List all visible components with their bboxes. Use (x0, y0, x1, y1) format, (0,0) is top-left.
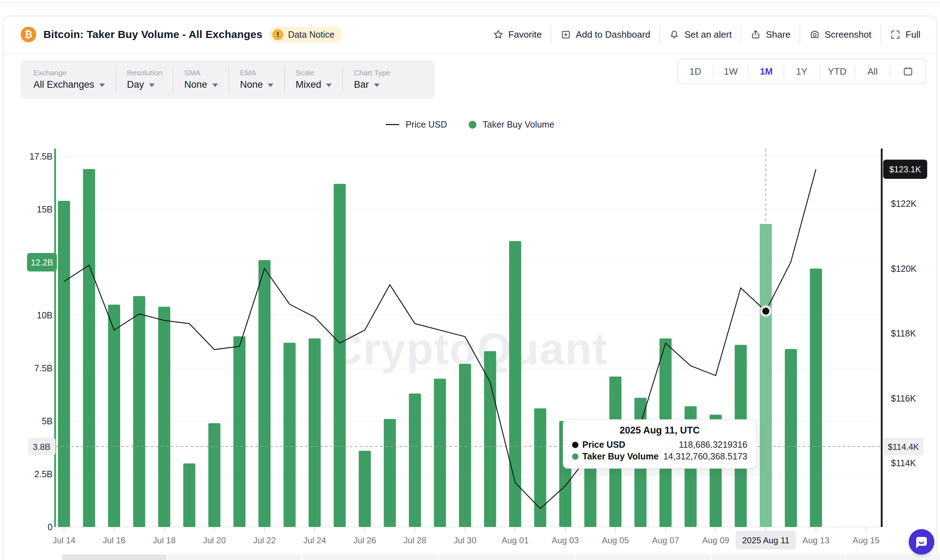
volume-bar[interactable] (409, 394, 421, 527)
crosshair-dot (762, 308, 769, 315)
volume-bar[interactable] (183, 463, 196, 527)
chart-plot[interactable]: Jul 14Jul 16Jul 18Jul 20Jul 22Jul 24Jul … (0, 0, 940, 560)
volume-bar[interactable] (810, 269, 822, 527)
volume-bar[interactable] (308, 338, 321, 527)
left-axis-label: 10B (37, 310, 52, 320)
x-axis-label: Aug 07 (652, 535, 679, 545)
volume-bar[interactable] (359, 451, 371, 527)
table-strip-divider (845, 554, 846, 560)
left-axis-label: 2.5B (34, 469, 52, 479)
tooltip-date: 2025 Aug 11, UTC (572, 425, 747, 436)
right-axis-label: $116K (891, 393, 916, 403)
volume-bar[interactable] (760, 224, 772, 527)
table-strip-divider (438, 554, 439, 560)
left-axis-label: 15B (37, 204, 52, 214)
x-axis-label: Aug 09 (702, 535, 729, 545)
tooltip-row-price: Price USD 118,686.3219316 (572, 439, 747, 451)
chat-button[interactable] (909, 529, 934, 555)
table-strip-divider (711, 554, 712, 560)
right-axis-label: $122K (891, 198, 917, 209)
x-axis-label: Aug 05 (602, 535, 629, 545)
volume-bar[interactable] (158, 307, 170, 527)
x-axis-label: Aug 01 (502, 535, 529, 545)
table-strip-divider (574, 554, 575, 560)
x-axis-label: Jul 30 (454, 535, 476, 545)
x-axis-label: Jul 22 (253, 535, 276, 545)
volume-bar[interactable] (259, 260, 271, 527)
volume-bar[interactable] (459, 364, 471, 527)
volume-bar[interactable] (83, 169, 95, 527)
price-dot-icon (572, 442, 578, 448)
x-axis-label: Jul 20 (203, 535, 226, 545)
x-axis-label: Jul 26 (353, 535, 376, 545)
right-axis-label: $118K (891, 328, 916, 338)
data-table-top-strip (62, 554, 940, 560)
x-axis-label: Jul 16 (103, 535, 125, 545)
left-axis-label: 17.5B (29, 151, 52, 161)
volume-last-label: 12.2B (31, 258, 53, 267)
price-last-label: $123.1K (889, 165, 921, 174)
left-axis-label: 7.5B (34, 363, 52, 373)
left-axis-label: 5B (42, 416, 52, 426)
crosshair-date-label: 2025 Aug 11 (742, 535, 789, 545)
right-axis-label: $114K (891, 458, 916, 468)
left-axis-label: 0 (48, 522, 52, 532)
volume-bar[interactable] (434, 379, 446, 527)
crosshair-right-label: $114.4K (888, 442, 919, 452)
chart-tooltip: 2025 Aug 11, UTC Price USD 118,686.32193… (563, 419, 757, 469)
volume-bar[interactable] (484, 351, 496, 527)
chat-icon (914, 534, 929, 550)
volume-bar[interactable] (334, 184, 346, 527)
volume-bar[interactable] (108, 305, 120, 527)
volume-bar[interactable] (284, 343, 296, 527)
table-strip-first-cell (62, 554, 167, 560)
volume-bar[interactable] (234, 337, 246, 527)
x-axis-label: Aug 13 (803, 535, 829, 545)
volume-dot-icon (572, 454, 578, 460)
table-strip-divider (301, 554, 302, 560)
x-axis-label: Jul 24 (303, 535, 326, 545)
right-axis-label: $120K (891, 264, 917, 274)
x-axis-label: Aug 15 (852, 535, 880, 545)
volume-bar[interactable] (384, 419, 396, 527)
volume-bar[interactable] (509, 241, 521, 527)
volume-bar[interactable] (208, 423, 220, 527)
tooltip-volume-value: 14,312,760,368.5173 (663, 451, 747, 462)
x-axis-label: Jul 28 (404, 535, 426, 545)
tooltip-row-volume: Taker Buy Volume 14,312,760,368.5173 (572, 451, 747, 462)
x-axis-label: Jul 14 (52, 535, 76, 545)
x-axis-label: Aug 03 (552, 535, 579, 545)
volume-bar[interactable] (785, 349, 797, 527)
tooltip-price-value: 118,686.3219316 (679, 439, 747, 451)
volume-bar[interactable] (133, 296, 145, 527)
page: ₿ Bitcoin: Taker Buy Volume - All Exchan… (0, 0, 940, 560)
x-axis-label: Jul 18 (153, 535, 176, 545)
right-axis-line (881, 149, 883, 527)
table-strip-divider (167, 554, 168, 560)
volume-bar[interactable] (58, 201, 70, 527)
left-axis-line (54, 149, 56, 527)
crosshair-left-label: 3.8B (33, 442, 50, 452)
